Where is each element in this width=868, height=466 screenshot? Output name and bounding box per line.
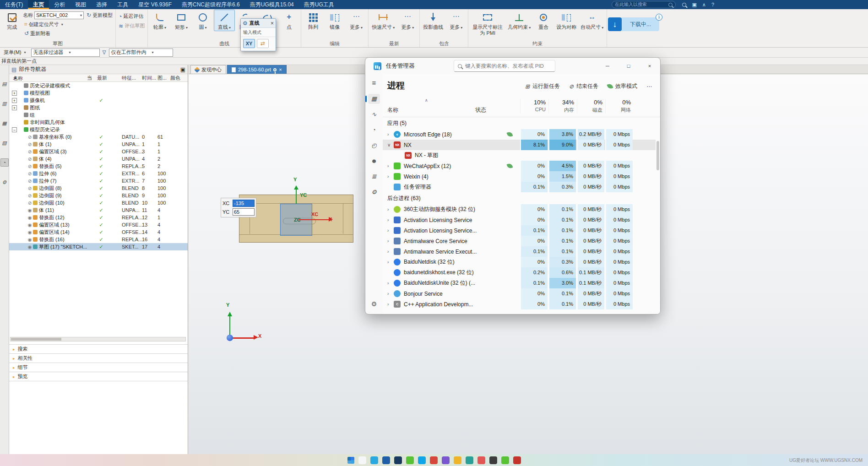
menu-item[interactable]: 任务(T)	[0, 0, 28, 9]
navigator-section[interactable]: ▸相关性	[9, 353, 188, 363]
edit-tool-button[interactable]: 更多▾	[346, 10, 367, 31]
process-row[interactable]: › e Microsoft Edge (18) 0% 3.8% 0.2 MB/秒…	[383, 129, 656, 140]
close-tab-icon[interactable]: ×	[279, 67, 282, 72]
process-row[interactable]: › Activation Licensing Service 0% 0.1% 0…	[383, 215, 656, 225]
navigator-row[interactable]: ⊘ 边倒圆 (9) ✓ BLEND 9 100	[9, 192, 188, 199]
constraint-tool-button[interactable]: 自动尺寸▾	[579, 10, 605, 31]
menu-button[interactable]: 菜单(M)▾	[1, 49, 28, 56]
sketch-name-select[interactable]: SKETCH_002▾	[34, 11, 84, 19]
gear-icon[interactable]: ⚙	[243, 20, 248, 27]
taskbar-app-icon[interactable]	[489, 456, 497, 464]
selection-scope-dropdown[interactable]: 仅在工作部件内▾	[109, 49, 173, 57]
constraint-tool-button[interactable]: 重合▾	[533, 10, 554, 31]
constraint-tool-button[interactable]: 显示尺寸标注为 PMI▾	[470, 10, 505, 37]
window-restore-icon[interactable]: ▣	[692, 2, 696, 8]
help-icon[interactable]: ?	[711, 2, 714, 7]
undock-panel-icon[interactable]: ▣	[180, 66, 185, 73]
maximize-button[interactable]: □	[618, 58, 639, 74]
start-button[interactable]	[347, 457, 354, 464]
expand-chevron-icon[interactable]: ›	[387, 207, 394, 212]
navigator-row[interactable]: ⊘ 基准坐标系 (0) ✓ DATU... 0 61	[9, 133, 188, 141]
startup-apps-icon[interactable]: ◴	[368, 141, 380, 151]
navigator-row[interactable]: ⊘ 体 (1) ✓ UNPA... 1 1	[9, 141, 188, 148]
tree-expand-toggle[interactable]	[21, 157, 26, 162]
efficiency-mode-button[interactable]: 效率模式	[608, 82, 637, 90]
navigator-section[interactable]: ▸细节	[9, 363, 188, 372]
menu-item[interactable]: 燕秀CNC超级程序单6.6	[177, 0, 245, 9]
column-stat-header[interactable]: 34% 内存	[548, 99, 577, 114]
tree-expand-toggle[interactable]	[21, 186, 26, 191]
navigator-row[interactable]: ◉ 偏置区域 (14) ✓ OFFSE... 14 4	[9, 228, 188, 236]
expand-chevron-icon[interactable]: ›	[387, 281, 394, 286]
tree-expand-toggle[interactable]	[21, 215, 26, 220]
settings-icon[interactable]: ⚙	[371, 300, 377, 308]
tree-expand-toggle[interactable]	[21, 171, 26, 176]
expand-chevron-icon[interactable]: ›	[387, 163, 394, 168]
suppress-state-icon[interactable]: ◉	[27, 222, 33, 228]
taskbar-app-icon[interactable]	[418, 456, 426, 464]
suppress-state-icon[interactable]: ⊘	[27, 193, 33, 198]
navigator-row[interactable]: ⊘ 边倒圆 (8) ✓ BLEND 8 100	[9, 184, 188, 192]
process-row[interactable]: ∨ NX NX 8.1% 9.0% 0 MB/秒 0 Mbps	[383, 140, 656, 150]
process-row[interactable]: › BaiduNetdiskUnite (32 位) (... 0.1% 3.0…	[383, 278, 656, 288]
assembly-navigator-icon[interactable]: ▤	[0, 80, 9, 88]
tree-expand-toggle[interactable]	[12, 120, 17, 125]
process-row[interactable]: › Weixin (4) 0% 1.5% 0 MB/秒 0 Mbps	[383, 171, 656, 182]
column-layer[interactable]: 图...	[157, 75, 167, 81]
more-options-button[interactable]: ⋯	[646, 83, 652, 90]
tree-expand-toggle[interactable]	[21, 200, 26, 206]
ribbon-group-label[interactable]: 曲线	[149, 40, 299, 47]
navigator-row[interactable]: + 摄像机 ✓	[9, 97, 188, 104]
taskbar-app-icon[interactable]	[454, 456, 461, 464]
process-row[interactable]: › Antimalware Core Service 0% 0.1% 0 MB/…	[383, 236, 656, 246]
expand-chevron-icon[interactable]: ›	[387, 249, 394, 254]
tree-expand-toggle[interactable]	[21, 222, 26, 228]
download-button[interactable]: ↓ 下载中... 1	[608, 17, 659, 31]
process-row[interactable]: › C C++ Application Developm... 0% 0.1% …	[383, 299, 656, 309]
curve-tool-button[interactable]: 轮廓▾	[149, 10, 170, 31]
expand-chevron-icon[interactable]: ›	[387, 302, 394, 307]
taskbar-app-icon[interactable]	[406, 456, 414, 464]
taskbar-app-icon[interactable]	[370, 456, 378, 464]
reuse-library-icon[interactable]: ▧	[0, 139, 9, 147]
column-name[interactable]: 名称	[387, 106, 398, 114]
xc-input[interactable]: -135	[233, 200, 255, 207]
taskbar-app-icon[interactable]	[501, 456, 509, 464]
navigator-row[interactable]: ⊘ 拉伸 (7) ✓ EXTR... 7 100	[9, 177, 188, 184]
x-axis-handle[interactable]	[298, 219, 329, 220]
suppress-state-icon[interactable]: ⊘	[27, 179, 33, 184]
navigator-row[interactable]: 组	[9, 111, 188, 119]
navigator-row[interactable]: + 图纸	[9, 104, 188, 111]
tree-expand-toggle[interactable]: +	[12, 105, 17, 110]
menu-item[interactable]: 燕秀UG模具15.04	[245, 0, 299, 9]
edit-tool-button[interactable]: 阵列▾	[303, 10, 324, 31]
evaluate-sketch-button[interactable]: ≋评估草图	[117, 22, 146, 30]
navigator-row[interactable]: ⊘ 替换面 (5) ✓ REPLA... 5 2	[9, 163, 188, 170]
navigator-row[interactable]: ◉ 偏置区域 (13) ✓ OFFSE... 13 4	[9, 221, 188, 228]
menu-item[interactable]: 选择	[91, 0, 112, 9]
tree-expand-toggle[interactable]: −	[12, 127, 17, 132]
navigator-section[interactable]: ▸预览	[9, 372, 188, 381]
column-stat-header[interactable]: 0% 网络	[605, 99, 634, 114]
ribbon-group-label[interactable]: 最新	[370, 40, 418, 47]
taskbar-app-icon[interactable]	[382, 456, 390, 464]
process-row[interactable]: › Activation Licensing Service... 0.1% 0…	[383, 225, 656, 236]
suppress-state-icon[interactable]: ⊘	[27, 164, 33, 169]
expand-chevron-icon[interactable]: ›	[387, 132, 394, 137]
scrollbar-thumb[interactable]	[656, 141, 659, 170]
curve-tool-button[interactable]: 圆▾	[192, 10, 213, 31]
process-row[interactable]: › Bonjour Service 0% 0.1% 0 MB/秒 0 Mbps	[383, 288, 656, 299]
menu-item[interactable]: 星空 V6.936F	[133, 0, 177, 9]
tab-part-file[interactable]: 298-150-60.prt ×	[227, 65, 287, 74]
process-row[interactable]: baidunetdiskhost.exe (32 位) 0.2% 0.6% 0.…	[383, 267, 656, 278]
process-group-header[interactable]: 应用 (5)	[383, 117, 656, 129]
process-row[interactable]: › WeChatAppEx (12) 0% 4.5% 0 MB/秒 0 Mbps	[383, 161, 656, 171]
ribbon-group-label[interactable]: 编辑	[303, 40, 367, 47]
process-row[interactable]: › Antimalware Service Execut... 0.1% 0.1…	[383, 246, 656, 257]
close-dialog-icon[interactable]: ×	[271, 20, 274, 27]
tree-expand-toggle[interactable]	[21, 208, 26, 213]
column-current[interactable]: 当	[87, 75, 92, 81]
process-row[interactable]: › BaiduNetdisk (32 位) 0% 0.3% 0 MB/秒 0 M…	[383, 257, 656, 267]
taskmgr-titlebar[interactable]: 任务管理器 键入要搜索的名称、发布者或 PID ─ □ ×	[365, 58, 660, 74]
curve-tool-button[interactable]: 直线▾	[214, 10, 235, 31]
